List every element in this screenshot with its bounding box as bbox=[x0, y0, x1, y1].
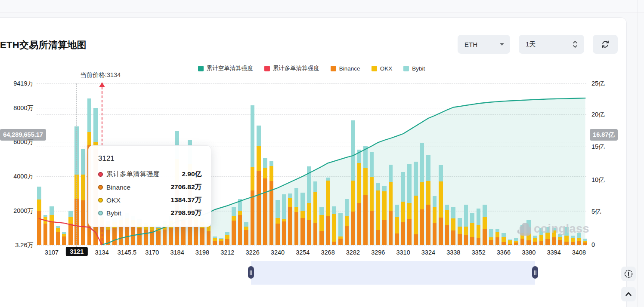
bar-segment-okx bbox=[571, 238, 575, 242]
bar-segment-okx bbox=[56, 228, 60, 232]
bar-segment-bybit bbox=[43, 215, 48, 217]
bar-segment-bybit bbox=[464, 205, 468, 227]
bar-segment-binance bbox=[552, 237, 556, 245]
bar-segment-okx bbox=[62, 234, 66, 236]
bar-segment-bybit bbox=[477, 209, 481, 225]
bar-segment-binance bbox=[464, 235, 468, 245]
bar-segment-bybit bbox=[225, 232, 229, 235]
bar-segment-bybit bbox=[376, 183, 380, 190]
bar-segment-binance bbox=[420, 209, 424, 245]
brush-handle-left[interactable] bbox=[248, 266, 254, 279]
datazoom-brush[interactable] bbox=[251, 261, 535, 285]
tooltip-title: 3121 bbox=[98, 154, 201, 163]
bar-segment-bybit bbox=[56, 226, 60, 228]
bar-segment-okx bbox=[495, 232, 500, 237]
bar-segment-binance bbox=[376, 230, 380, 245]
bar-segment-binance bbox=[445, 225, 449, 245]
bar-segment-okx bbox=[68, 217, 73, 224]
bar-segment-binance bbox=[439, 218, 443, 245]
bar-segment-binance bbox=[125, 225, 129, 245]
bar-segment-bybit bbox=[445, 205, 449, 210]
bar-segment-binance bbox=[470, 237, 474, 245]
bar-segment-binance bbox=[119, 226, 123, 245]
bar-segment-okx bbox=[87, 132, 92, 145]
bar-segment-bybit bbox=[294, 188, 299, 207]
bar-segment-binance bbox=[50, 221, 54, 245]
bar-segment-bybit bbox=[332, 206, 336, 214]
bar-segment-okx bbox=[445, 210, 449, 225]
bar-segment-okx bbox=[376, 190, 380, 230]
bar-segment-binance bbox=[533, 242, 537, 245]
bar-segment-okx bbox=[244, 227, 248, 230]
bar-segment-binance bbox=[207, 231, 211, 245]
bar-segment-bybit bbox=[433, 196, 437, 207]
tooltip-row-label: Binance bbox=[106, 184, 130, 191]
tooltip-row-label: 累计多单清算强度 bbox=[106, 170, 160, 179]
feedback-button[interactable] bbox=[621, 267, 636, 281]
bar-segment-bybit bbox=[489, 229, 493, 237]
bar-segment-bybit bbox=[68, 211, 73, 217]
bar-segment-okx bbox=[439, 181, 443, 217]
bar-segment-binance bbox=[395, 233, 399, 245]
bar-segment-binance bbox=[251, 190, 255, 245]
bar-segment-okx bbox=[351, 181, 355, 212]
bar-segment-okx bbox=[426, 181, 430, 205]
bar-segment-okx bbox=[420, 182, 424, 209]
tooltip-row: Binance2706.82万 bbox=[98, 183, 201, 192]
bar-segment-binance bbox=[200, 228, 204, 245]
bar-segment-bybit bbox=[483, 205, 487, 217]
bar-segment-binance bbox=[288, 207, 292, 245]
bar-segment-bybit bbox=[389, 165, 393, 182]
bar-segment-bybit bbox=[451, 207, 455, 219]
bar-segment-bybit bbox=[251, 105, 255, 167]
bar-segment-bybit bbox=[257, 126, 261, 146]
bar-segment-bybit bbox=[50, 206, 54, 215]
bar-segment-binance bbox=[56, 232, 60, 245]
bar-segment-binance bbox=[357, 203, 362, 245]
bar-segment-binance bbox=[74, 199, 79, 245]
bar-segment-binance bbox=[539, 241, 544, 245]
bar-segment-okx bbox=[326, 181, 330, 216]
bar-segment-binance bbox=[81, 200, 85, 245]
bar-segment-okx bbox=[276, 218, 280, 224]
bar-segment-bybit bbox=[502, 233, 506, 237]
bar-segment-okx bbox=[483, 217, 487, 229]
bar-segment-bybit bbox=[74, 126, 79, 175]
bar-segment-bybit bbox=[382, 186, 387, 191]
bar-segment-okx bbox=[470, 223, 474, 236]
current-price-label: 当前价格:3134 bbox=[80, 71, 121, 79]
bar-segment-binance bbox=[269, 181, 274, 245]
coinglass-logo-icon bbox=[516, 219, 531, 238]
bar-segment-okx bbox=[332, 214, 336, 242]
bar-segment-okx bbox=[407, 203, 412, 219]
brush-handle-right[interactable] bbox=[532, 266, 538, 279]
bar-segment-binance bbox=[219, 241, 223, 245]
bar-segment-bybit bbox=[370, 152, 374, 177]
alert-badge-icon bbox=[624, 269, 633, 279]
bar-segment-binance bbox=[426, 205, 430, 245]
bar-segment-binance bbox=[514, 243, 518, 245]
bar-segment-okx bbox=[225, 235, 229, 239]
bar-segment-bybit bbox=[426, 155, 430, 181]
bar-segment-binance bbox=[244, 230, 248, 245]
bar-segment-okx bbox=[238, 211, 242, 215]
back-to-top-button[interactable] bbox=[621, 287, 636, 301]
bar-segment-binance bbox=[545, 239, 550, 245]
tooltip-rows: 累计多单清算强度2.90亿Binance2706.82万OKX1384.37万B… bbox=[98, 170, 201, 218]
bar-segment-binance bbox=[502, 242, 506, 245]
bar-segment-bybit bbox=[338, 213, 343, 236]
bar-segment-binance bbox=[363, 195, 368, 245]
left-axis-marker-badge: 64,289,655.17 bbox=[0, 129, 46, 141]
bar-segment-okx bbox=[74, 175, 79, 198]
bar-segment-bybit bbox=[508, 239, 512, 240]
bar-segment-binance bbox=[370, 211, 374, 245]
tooltip-row: OKX1384.37万 bbox=[98, 196, 201, 205]
bar-segment-okx bbox=[269, 166, 274, 181]
watermark-text: coinglass bbox=[534, 222, 589, 236]
bar-segment-bybit bbox=[319, 207, 324, 215]
bar-segment-bybit bbox=[81, 149, 85, 175]
bar-segment-okx bbox=[389, 182, 393, 211]
bar-segment-okx bbox=[232, 216, 236, 221]
bar-segment-okx bbox=[533, 238, 537, 242]
bar-segment-binance bbox=[150, 230, 154, 245]
